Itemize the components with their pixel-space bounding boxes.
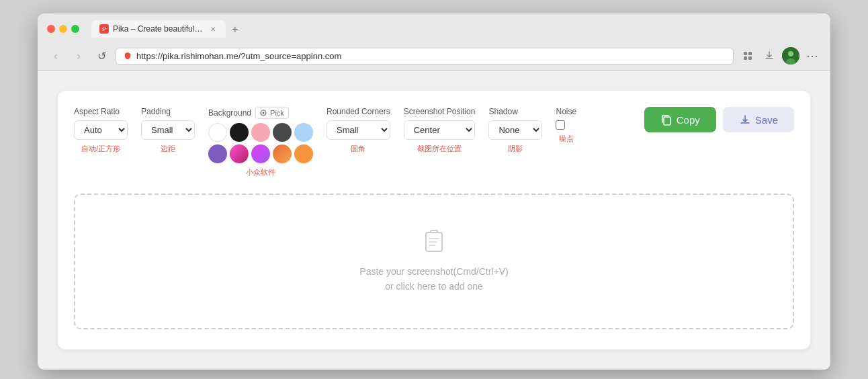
shadow-group: Shadow None 阴影 — [488, 107, 542, 154]
save-button[interactable]: Save — [723, 107, 794, 132]
swatch-gradient-orange[interactable] — [273, 144, 292, 163]
swatch-white[interactable] — [208, 123, 227, 142]
aspect-ratio-group: Aspect Ratio Auto 自动/正方形 — [74, 107, 128, 154]
svg-rect-13 — [429, 245, 435, 246]
clipboard-icon — [423, 228, 445, 257]
back-button[interactable]: ‹ — [47, 47, 64, 65]
rounded-corners-sublabel: 圆角 — [327, 144, 390, 154]
menu-icon[interactable]: ⋯ — [804, 47, 821, 65]
screenshot-position-label: Screenshot Position — [404, 107, 476, 116]
drop-zone-text: Paste your screenshot(Cmd/Ctrl+V) or cli… — [359, 264, 508, 294]
swatch-pink[interactable] — [251, 123, 270, 142]
swatch-dark[interactable] — [273, 123, 292, 142]
swatch-orange[interactable] — [294, 144, 313, 163]
shadow-select[interactable]: None — [488, 120, 542, 140]
tab-title: Pika – Create beautiful screen… — [113, 24, 204, 34]
drop-zone[interactable]: Paste your screenshot(Cmd/Ctrl+V) or cli… — [74, 194, 794, 329]
noise-group: Noise 噪点 — [556, 107, 576, 144]
svg-rect-0 — [744, 52, 747, 55]
swatch-gradient-pink[interactable] — [230, 144, 249, 163]
new-tab-button[interactable]: + — [227, 22, 243, 38]
tab-close-icon[interactable]: ✕ — [208, 24, 218, 34]
close-button[interactable] — [47, 25, 55, 33]
url-text: https://pika.rishimohan.me/?utm_source=a… — [136, 51, 726, 61]
minimize-button[interactable] — [59, 25, 67, 33]
padding-sublabel: 边距 — [141, 144, 195, 154]
background-sublabel: 小众软件 — [208, 167, 313, 177]
svg-rect-2 — [744, 56, 747, 60]
url-bar[interactable]: https://pika.rishimohan.me/?utm_source=a… — [116, 48, 734, 65]
background-group: Background Pick — [208, 107, 313, 177]
tabs-row: P Pika – Create beautiful screen… ✕ + — [91, 20, 243, 38]
screenshot-position-sublabel: 截图所在位置 — [404, 144, 476, 154]
nav-bar: ‹ › ↺ https://pika.rishimohan.me/?utm_so… — [38, 43, 830, 71]
copy-button[interactable]: Copy — [644, 107, 716, 132]
controls-row: Aspect Ratio Auto 自动/正方形 Padding Small 边… — [74, 107, 794, 177]
shadow-sublabel: 阴影 — [488, 144, 542, 154]
shadow-label: Shadow — [488, 107, 542, 116]
svg-point-8 — [263, 112, 265, 114]
aspect-ratio-label: Aspect Ratio — [74, 107, 128, 116]
save-label: Save — [755, 114, 778, 126]
tab-favicon: P — [99, 24, 109, 34]
copy-label: Copy — [677, 114, 700, 126]
svg-rect-1 — [748, 52, 752, 55]
extensions-icon[interactable] — [739, 47, 756, 65]
rounded-corners-label: Rounded Corners — [327, 107, 390, 116]
svg-rect-12 — [429, 241, 437, 243]
download-icon[interactable] — [761, 47, 778, 65]
forward-button[interactable]: › — [70, 47, 87, 65]
browser-window: P Pika – Create beautiful screen… ✕ + ‹ … — [38, 13, 830, 370]
padding-label: Padding — [141, 107, 195, 116]
reload-button[interactable]: ↺ — [93, 47, 110, 65]
rounded-corners-group: Rounded Corners Small 圆角 — [327, 107, 390, 154]
svg-rect-11 — [429, 238, 439, 239]
screenshot-position-select[interactable]: Center — [404, 120, 476, 140]
app-container: Aspect Ratio Auto 自动/正方形 Padding Small 边… — [58, 91, 810, 349]
swatch-black[interactable] — [230, 123, 249, 142]
title-bar: P Pika – Create beautiful screen… ✕ + — [38, 13, 830, 43]
padding-select[interactable]: Small — [141, 120, 195, 140]
noise-label: Noise — [556, 107, 576, 116]
svg-point-5 — [788, 51, 793, 56]
action-buttons: Copy Save — [644, 107, 794, 132]
security-icon — [123, 51, 132, 60]
screenshot-position-group: Screenshot Position Center 截图所在位置 — [404, 107, 476, 154]
padding-group: Padding Small 边距 — [141, 107, 195, 154]
aspect-ratio-select[interactable]: Auto — [74, 120, 128, 140]
browser-tab[interactable]: P Pika – Create beautiful screen… ✕ — [91, 20, 226, 38]
pick-button[interactable]: Pick — [255, 107, 289, 119]
title-bar-top: P Pika – Create beautiful screen… ✕ + — [47, 20, 821, 38]
user-avatar[interactable] — [782, 47, 799, 65]
browser-content: Aspect Ratio Auto 自动/正方形 Padding Small 边… — [38, 71, 830, 370]
nav-right: ⋯ — [739, 47, 821, 65]
noise-checkbox[interactable] — [556, 120, 565, 130]
swatch-gradient-magenta[interactable] — [251, 144, 270, 163]
svg-rect-3 — [748, 56, 752, 60]
rounded-corners-select[interactable]: Small — [327, 120, 390, 140]
traffic-lights — [47, 25, 79, 33]
background-label-row: Background Pick — [208, 107, 313, 119]
noise-row — [556, 120, 576, 130]
background-label: Background — [208, 108, 251, 118]
swatch-purple[interactable] — [208, 144, 227, 163]
svg-rect-9 — [664, 117, 670, 125]
noise-sublabel: 噪点 — [556, 134, 576, 144]
swatch-blue-light[interactable] — [294, 123, 313, 142]
maximize-button[interactable] — [71, 25, 79, 33]
aspect-ratio-sublabel: 自动/正方形 — [74, 144, 128, 154]
color-swatches — [208, 123, 313, 163]
